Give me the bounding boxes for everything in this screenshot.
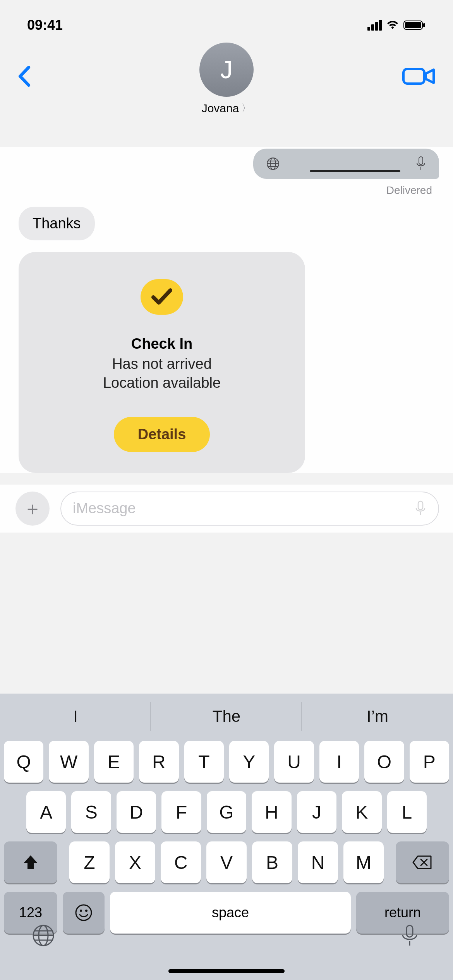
checkin-status-line2: Location available: [103, 373, 221, 392]
contact-info[interactable]: J Jovana 〉: [199, 43, 254, 115]
details-button[interactable]: Details: [114, 417, 210, 452]
svg-rect-3: [403, 69, 424, 84]
checkin-status-line1: Has not arrived: [112, 355, 212, 373]
status-time: 09:41: [27, 17, 63, 33]
home-indicator[interactable]: [168, 969, 285, 973]
key-n[interactable]: N: [298, 841, 338, 883]
suggestion-2[interactable]: The: [151, 695, 302, 738]
key-t[interactable]: T: [184, 741, 224, 783]
backspace-key[interactable]: [396, 841, 449, 883]
mic-icon[interactable]: [397, 923, 422, 948]
svg-rect-9: [419, 157, 423, 164]
key-f[interactable]: F: [161, 791, 201, 833]
shift-key[interactable]: [4, 841, 57, 883]
plus-icon: ＋: [23, 496, 42, 521]
backspace-icon: [412, 855, 432, 870]
key-p[interactable]: P: [410, 741, 449, 783]
input-placeholder: iMessage: [73, 500, 136, 517]
keyboard: I The I’m Q W E R T Y U I O P A S D F G …: [0, 694, 453, 980]
key-row-1: Q W E R T Y U I O P: [4, 741, 449, 783]
key-r[interactable]: R: [139, 741, 178, 783]
suggestion-bar: I The I’m: [0, 695, 453, 738]
shift-icon: [22, 854, 39, 871]
key-d[interactable]: D: [117, 791, 156, 833]
key-i[interactable]: I: [319, 741, 359, 783]
checkin-card[interactable]: Check In Has not arrived Location availa…: [19, 252, 305, 473]
facetime-button[interactable]: [402, 43, 436, 88]
message-input[interactable]: iMessage: [60, 492, 439, 526]
status-bar: 09:41: [0, 0, 453, 43]
wifi-icon: [386, 20, 400, 31]
globe-icon[interactable]: [31, 923, 56, 948]
key-c[interactable]: C: [161, 841, 201, 883]
mic-icon[interactable]: [414, 500, 427, 517]
contact-name: Jovana: [202, 102, 239, 115]
incoming-message[interactable]: Thanks: [19, 207, 95, 240]
key-g[interactable]: G: [207, 791, 246, 833]
checkin-badge: [141, 279, 183, 315]
suggestion-1[interactable]: I: [0, 695, 151, 738]
avatar-initial: J: [220, 55, 233, 84]
key-w[interactable]: W: [49, 741, 88, 783]
chevron-left-icon: [15, 66, 34, 87]
cellular-signal-icon: [367, 20, 382, 31]
status-right: [367, 20, 426, 31]
key-e[interactable]: E: [94, 741, 134, 783]
key-b[interactable]: B: [252, 841, 292, 883]
battery-icon: [403, 20, 426, 31]
checkmark-icon: [151, 288, 173, 306]
chevron-right-icon: 〉: [241, 101, 251, 115]
mic-icon: [415, 156, 427, 171]
conversation-header: J Jovana 〉: [0, 43, 453, 147]
key-y[interactable]: Y: [229, 741, 269, 783]
key-row-2: A S D F G H J K L: [4, 791, 449, 833]
message-input-row: ＋ iMessage: [0, 485, 453, 533]
delivered-label: Delivered: [14, 179, 439, 207]
suggestion-3[interactable]: I’m: [302, 695, 453, 738]
key-x[interactable]: X: [115, 841, 155, 883]
checkin-title: Check In: [131, 336, 192, 352]
key-z[interactable]: Z: [69, 841, 110, 883]
key-m[interactable]: M: [343, 841, 384, 883]
key-l[interactable]: L: [387, 791, 427, 833]
key-o[interactable]: O: [364, 741, 404, 783]
video-icon: [402, 66, 436, 87]
avatar: J: [199, 43, 254, 97]
outgoing-message-preview[interactable]: [253, 149, 439, 179]
message-text: Thanks: [33, 215, 81, 231]
svg-rect-11: [418, 501, 423, 510]
key-s[interactable]: S: [71, 791, 111, 833]
messages-area[interactable]: Delivered Thanks Check In Has not arrive…: [0, 147, 453, 473]
svg-rect-2: [423, 23, 425, 27]
key-v[interactable]: V: [206, 841, 247, 883]
globe-icon: [266, 156, 280, 171]
key-q[interactable]: Q: [4, 741, 43, 783]
key-row-3: Z X C V B N M: [4, 841, 449, 883]
back-button[interactable]: [15, 43, 34, 88]
key-u[interactable]: U: [274, 741, 314, 783]
svg-rect-1: [405, 22, 421, 28]
key-k[interactable]: K: [342, 791, 381, 833]
key-j[interactable]: J: [297, 791, 336, 833]
key-a[interactable]: A: [26, 791, 66, 833]
plus-button[interactable]: ＋: [15, 492, 50, 526]
key-h[interactable]: H: [252, 791, 291, 833]
svg-rect-23: [407, 925, 413, 937]
